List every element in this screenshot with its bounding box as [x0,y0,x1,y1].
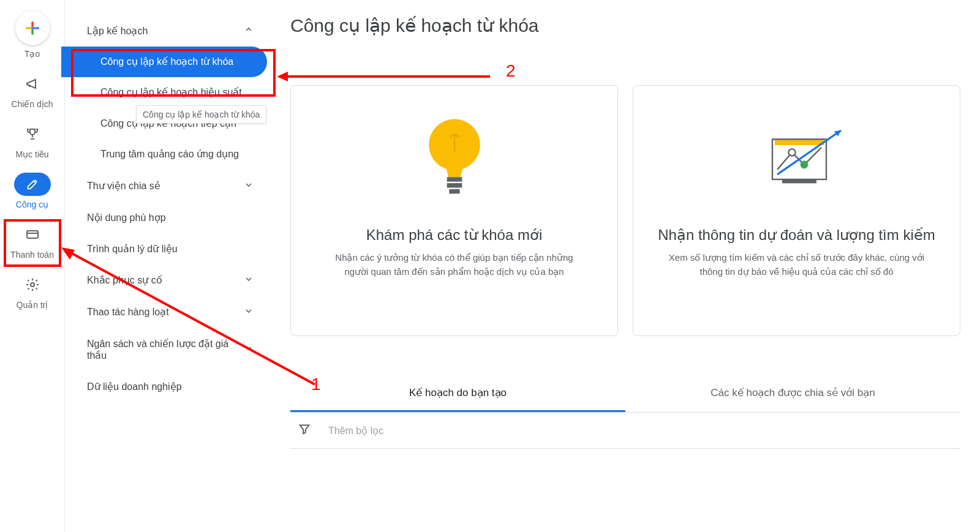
create-button[interactable] [15,11,50,45]
sidebar-item-label: Nội dung phù hợp [87,212,166,223]
sidebar-group-label: Lập kế hoạch [87,25,241,37]
sidebar-item-keyword-planner[interactable]: Công cụ lập kế hoạch từ khóa [65,47,267,77]
sidebar-group-troubleshoot[interactable]: Khắc phục sự cố [65,264,271,296]
rail-item-label: Mục tiêu [15,149,48,159]
plan-tabs: Kế hoạch do bạn tạo Các kế hoạch được ch… [290,375,960,413]
card-desc: Xem số lượng tìm kiếm và các chỉ số trướ… [668,251,925,279]
sidebar-group-shared-library[interactable]: Thư viện chia sẻ [65,170,271,202]
svg-rect-4 [447,183,462,187]
rail-item-label: Chiến dịch [11,99,53,109]
svg-rect-0 [27,231,38,238]
sidebar-item-label: Trình quản lý dữ liệu [87,243,178,255]
sidebar-item-label: Công cụ lập kế hoạch hiệu suất [100,87,242,97]
card-discover-keywords[interactable]: Khám phá các từ khóa mới Nhận các ý tưởn… [290,85,618,336]
card-desc: Nhận các ý tưởng từ khóa có thể giúp bạn… [326,251,583,279]
card-icon [25,227,40,242]
svg-rect-3 [447,177,462,181]
svg-point-10 [800,161,808,169]
tab-label: Kế hoạch do bạn tạo [409,387,507,399]
chevron-down-icon [241,306,256,318]
chart-growth-icon [748,108,846,212]
chevron-down-icon [241,343,256,356]
gear-icon [25,277,40,292]
chevron-down-icon [241,180,256,192]
filter-icon[interactable] [298,422,311,438]
svg-point-9 [788,149,795,155]
chevron-up-icon [241,24,256,37]
rail-item-label: Quản trị [17,300,48,310]
sidebar-item-label: Công cụ lập kế hoạch từ khóa [100,56,233,67]
sidebar-group-label: Khắc phục sự cố [87,274,241,286]
rail-item-goals[interactable]: Mục tiêu [0,122,64,159]
trophy-icon [25,127,40,141]
sidebar-item-app-hub[interactable]: Trung tâm quảng cáo ứng dụng [65,139,271,170]
card-title: Nhận thông tin dự đoán và lượng tìm kiếm [658,227,935,244]
sidebar-item-label: Trung tâm quảng cáo ứng dụng [100,149,239,159]
sidebar-group-budget[interactable]: Ngân sách và chiến lược đặt giá thầu [65,328,271,371]
sidebar-group-bulk[interactable]: Thao tác hàng loạt [65,296,271,328]
rail-item-admin[interactable]: Quản trị [0,273,64,310]
sidebar-item-content-suitability[interactable]: Nội dung phù hợp [65,202,271,233]
rail-item-label: Công cụ [16,200,48,209]
rail-item-campaigns[interactable]: Chiến dịch [0,72,64,109]
sidebar-group-label: Thư viện chia sẻ [87,180,241,192]
sidebar-group-label: Thao tác hàng loạt [87,306,241,318]
rail-item-billing[interactable]: Thanh toán [0,223,64,260]
sidebar-item-label: Dữ liệu doanh nghiệp [87,381,182,392]
create-label: Tạo [24,49,40,59]
svg-point-1 [31,283,34,287]
tools-sidebar: Lập kế hoạch Công cụ lập kế hoạch từ khó… [65,0,271,532]
svg-rect-5 [449,189,459,193]
svg-rect-6 [775,139,824,145]
tab-shared-plans[interactable]: Các kế hoạch được chia sẻ với bạn [625,375,960,412]
sidebar-group-planning[interactable]: Lập kế hoạch [65,15,271,47]
lightbulb-icon [405,108,503,212]
rail-item-label: Thanh toán [10,250,54,260]
sidebar-item-data-manager[interactable]: Trình quản lý dữ liệu [65,233,271,264]
tools-icon [26,178,39,191]
page-title: Công cụ lập kế hoạch từ khóa [290,15,960,36]
tab-label: Các kế hoạch được chia sẻ với bạn [710,387,875,399]
rail-item-tools[interactable]: Công cụ [0,173,64,209]
svg-rect-8 [782,179,816,183]
sidebar-group-label: Ngân sách và chiến lược đặt giá thầu [87,338,241,361]
tab-my-plans[interactable]: Kế hoạch do bạn tạo [290,375,625,412]
megaphone-icon [25,77,40,91]
tooltip-text: Công cụ lập kế hoạch từ khóa [143,110,260,119]
sidebar-item-business-data[interactable]: Dữ liệu doanh nghiệp [65,371,271,402]
filter-bar[interactable]: Thêm bộ lọc [290,413,960,449]
svg-line-11 [777,130,841,174]
card-title: Khám phá các từ khóa mới [366,227,542,244]
tooltip: Công cụ lập kế hoạch từ khóa [136,105,266,124]
sidebar-item-performance-planner[interactable]: Công cụ lập kế hoạch hiệu suất [65,77,271,108]
filter-placeholder: Thêm bộ lọc [328,425,383,436]
left-rail: Tạo Chiến dịch Mục tiêu [0,0,65,532]
chevron-down-icon [241,274,256,287]
main-content: Công cụ lập kế hoạch từ khóa Khám phá cá… [271,0,980,532]
plus-icon [24,20,41,37]
card-forecast[interactable]: Nhận thông tin dự đoán và lượng tìm kiếm… [633,85,960,336]
